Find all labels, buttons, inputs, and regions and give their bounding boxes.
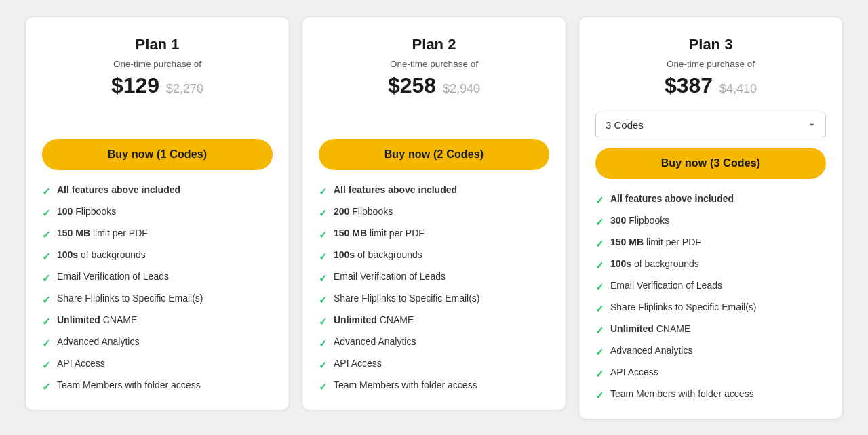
feature-item-3-6: ✓Share Fliplinks to Specific Email(s) bbox=[595, 301, 826, 316]
feature-text-2-2: 200 Flipbooks bbox=[334, 205, 393, 219]
check-icon-3-3: ✓ bbox=[595, 236, 604, 251]
feature-text-2-8: Advanced Analytics bbox=[334, 335, 416, 349]
buy-button-2[interactable]: Buy now (2 Codes) bbox=[319, 139, 549, 170]
feature-bold-2-1: All features above included bbox=[334, 184, 457, 195]
plan-price-row-1: $129$2,270 bbox=[42, 73, 273, 98]
feature-bold-1-3: 150 MB bbox=[57, 228, 90, 239]
plan-dropdown-3[interactable]: 1 Code2 Codes3 Codes bbox=[595, 112, 826, 138]
plan-price-1: $129 bbox=[111, 73, 159, 98]
feature-text-1-3: 150 MB limit per PDF bbox=[57, 227, 148, 241]
check-icon-1-8: ✓ bbox=[42, 336, 51, 350]
feature-text-2-3: 150 MB limit per PDF bbox=[334, 227, 425, 241]
feature-item-2-7: ✓Unlimited CNAME bbox=[319, 314, 549, 329]
feature-item-2-1: ✓All features above included bbox=[319, 184, 549, 199]
feature-item-2-5: ✓Email Verification of Leads bbox=[319, 270, 549, 285]
feature-text-3-8: Advanced Analytics bbox=[610, 344, 692, 358]
feature-item-1-7: ✓Unlimited CNAME bbox=[42, 314, 273, 329]
plan-original-price-3: $4,410 bbox=[719, 82, 757, 96]
buy-button-3[interactable]: Buy now (3 Codes) bbox=[595, 148, 826, 179]
plan-price-row-3: $387$4,410 bbox=[595, 73, 826, 98]
feature-bold-1-7: Unlimited bbox=[57, 314, 100, 325]
check-icon-3-1: ✓ bbox=[595, 193, 604, 207]
plan-price-3: $387 bbox=[665, 73, 713, 98]
feature-text-1-2: 100 Flipbooks bbox=[57, 205, 116, 219]
check-icon-2-6: ✓ bbox=[319, 293, 328, 307]
features-list-2: ✓All features above included✓200 Flipboo… bbox=[319, 184, 549, 394]
feature-item-1-3: ✓150 MB limit per PDF bbox=[42, 227, 273, 242]
feature-item-3-7: ✓Unlimited CNAME bbox=[595, 323, 826, 337]
feature-text-3-6: Share Fliplinks to Specific Email(s) bbox=[610, 301, 757, 314]
feature-text-1-1: All features above included bbox=[57, 184, 180, 197]
plan-price-2: $258 bbox=[388, 73, 436, 98]
check-icon-1-3: ✓ bbox=[42, 228, 51, 242]
check-icon-3-7: ✓ bbox=[595, 323, 604, 337]
plan-original-price-2: $2,940 bbox=[443, 82, 480, 96]
feature-bold-1-1: All features above included bbox=[57, 184, 180, 195]
feature-text-1-9: API Access bbox=[57, 357, 105, 371]
check-icon-1-7: ✓ bbox=[42, 314, 51, 329]
check-icon-3-9: ✓ bbox=[595, 367, 604, 381]
check-icon-2-2: ✓ bbox=[319, 206, 328, 220]
feature-item-3-1: ✓All features above included bbox=[595, 192, 826, 207]
feature-item-1-9: ✓API Access bbox=[42, 357, 273, 372]
feature-bold-1-4: 100s bbox=[57, 249, 78, 260]
feature-bold-3-3: 150 MB bbox=[610, 236, 644, 247]
feature-text-1-8: Advanced Analytics bbox=[57, 335, 139, 349]
feature-item-1-4: ✓100s of backgrounds bbox=[42, 249, 273, 264]
feature-item-3-2: ✓300 Flipbooks bbox=[595, 214, 826, 229]
check-icon-1-4: ✓ bbox=[42, 249, 51, 264]
check-icon-2-8: ✓ bbox=[319, 336, 328, 350]
feature-item-2-4: ✓100s of backgrounds bbox=[319, 249, 549, 264]
check-icon-3-10: ✓ bbox=[595, 388, 604, 402]
plan-subtitle-3: One-time purchase of bbox=[595, 59, 826, 69]
feature-text-3-4: 100s of backgrounds bbox=[610, 257, 699, 271]
feature-item-3-3: ✓150 MB limit per PDF bbox=[595, 236, 826, 251]
check-icon-2-7: ✓ bbox=[319, 314, 328, 329]
feature-item-2-6: ✓Share Fliplinks to Specific Email(s) bbox=[319, 292, 549, 307]
feature-text-2-9: API Access bbox=[334, 357, 382, 371]
check-icon-1-2: ✓ bbox=[42, 206, 51, 220]
feature-text-1-7: Unlimited CNAME bbox=[57, 314, 137, 327]
check-icon-1-9: ✓ bbox=[42, 358, 51, 372]
feature-text-2-6: Share Fliplinks to Specific Email(s) bbox=[334, 292, 480, 306]
features-list-3: ✓All features above included✓300 Flipboo… bbox=[595, 192, 826, 402]
feature-bold-2-3: 150 MB bbox=[334, 228, 367, 239]
plan-card-1: Plan 1One-time purchase of$129$2,270Buy … bbox=[25, 16, 290, 411]
feature-text-3-9: API Access bbox=[610, 366, 658, 379]
feature-text-3-1: All features above included bbox=[610, 192, 734, 206]
feature-text-3-10: Team Members with folder access bbox=[610, 388, 754, 401]
buy-button-1[interactable]: Buy now (1 Codes) bbox=[42, 139, 273, 170]
feature-item-3-4: ✓100s of backgrounds bbox=[595, 257, 826, 272]
check-icon-3-2: ✓ bbox=[595, 215, 604, 229]
feature-bold-2-7: Unlimited bbox=[334, 314, 377, 325]
plan-dropdown-row-3: 1 Code2 Codes3 Codes bbox=[595, 112, 826, 138]
plan-spacer-1 bbox=[42, 112, 273, 139]
feature-bold-2-4: 100s bbox=[334, 249, 355, 260]
feature-bold-3-2: 300 bbox=[610, 215, 626, 226]
feature-text-2-5: Email Verification of Leads bbox=[334, 270, 446, 284]
feature-item-2-8: ✓Advanced Analytics bbox=[319, 335, 549, 350]
plan-original-price-1: $2,270 bbox=[166, 82, 203, 96]
check-icon-1-1: ✓ bbox=[42, 184, 51, 199]
feature-text-3-2: 300 Flipbooks bbox=[610, 214, 669, 228]
feature-item-3-10: ✓Team Members with folder access bbox=[595, 388, 826, 402]
check-icon-3-4: ✓ bbox=[595, 258, 604, 272]
check-icon-2-9: ✓ bbox=[319, 358, 328, 372]
feature-text-2-1: All features above included bbox=[334, 184, 457, 197]
feature-bold-1-2: 100 bbox=[57, 206, 73, 217]
plan-title-2: Plan 2 bbox=[319, 36, 549, 54]
feature-item-3-5: ✓Email Verification of Leads bbox=[595, 279, 826, 294]
feature-item-2-3: ✓150 MB limit per PDF bbox=[319, 227, 549, 242]
feature-item-2-9: ✓API Access bbox=[319, 357, 549, 372]
check-icon-2-5: ✓ bbox=[319, 271, 328, 285]
feature-bold-2-2: 200 bbox=[334, 206, 349, 217]
feature-text-3-3: 150 MB limit per PDF bbox=[610, 236, 701, 249]
check-icon-3-5: ✓ bbox=[595, 280, 604, 294]
feature-text-3-7: Unlimited CNAME bbox=[610, 323, 690, 336]
feature-item-1-1: ✓All features above included bbox=[42, 184, 273, 199]
plan-card-3: Plan 3One-time purchase of$387$4,4101 Co… bbox=[578, 16, 843, 419]
feature-bold-3-1: All features above included bbox=[610, 193, 734, 204]
feature-item-2-10: ✓Team Members with folder access bbox=[319, 379, 549, 394]
plan-spacer-2 bbox=[319, 112, 549, 139]
check-icon-2-4: ✓ bbox=[319, 249, 328, 264]
